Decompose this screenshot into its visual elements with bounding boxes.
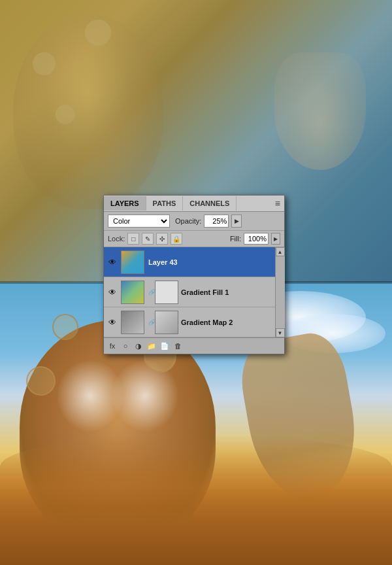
layer43-thumbnail bbox=[121, 250, 144, 274]
layer-fx-icon[interactable]: fx bbox=[106, 340, 118, 352]
new-group-icon[interactable]: 📁 bbox=[146, 340, 157, 352]
lock-all-btn[interactable]: 🔒 bbox=[171, 233, 182, 245]
lock-position-btn[interactable]: ✣ bbox=[156, 233, 168, 245]
gradient-map-mask-thumbnail bbox=[155, 311, 178, 334]
layer43-thumb-content bbox=[122, 251, 144, 273]
gradient-map-thumb-content bbox=[122, 311, 144, 334]
layers-container: 👁 Layer 43 👁 🔗 Gradient Fill 1 bbox=[104, 247, 284, 337]
opacity-label: Opacity: bbox=[175, 217, 201, 225]
scroll-track bbox=[276, 256, 285, 328]
panel-footer: fx ○ ◑ 📁 📄 🗑 bbox=[104, 337, 284, 354]
hand-top bbox=[274, 52, 366, 170]
layers-list: 👁 Layer 43 👁 🔗 Gradient Fill 1 bbox=[104, 247, 284, 337]
lock-row: Lock: □ ✎ ✣ 🔒 Fill: ▶ bbox=[104, 231, 284, 247]
new-layer-icon[interactable]: 📄 bbox=[159, 340, 171, 352]
layer-row-gradient-fill[interactable]: 👁 🔗 Gradient Fill 1 bbox=[104, 277, 284, 307]
panel-menu-icon[interactable]: ≡ bbox=[271, 196, 284, 211]
opacity-input[interactable] bbox=[204, 214, 229, 228]
gradient-map-visibility-icon[interactable]: 👁 bbox=[106, 317, 118, 328]
gradient-fill-mask-content bbox=[155, 281, 178, 303]
tab-channels[interactable]: CHANNELS bbox=[183, 196, 237, 211]
gradient-map-chain-icon: 🔗 bbox=[148, 311, 155, 334]
clock-top-2 bbox=[33, 52, 56, 75]
layers-panel: LAYERS PATHS CHANNELS ≡ Color Normal Mul… bbox=[103, 195, 285, 354]
gradient-map-mask-content bbox=[155, 311, 178, 334]
layer43-visibility-icon[interactable]: 👁 bbox=[106, 256, 118, 268]
gradient-map-name: Gradient Map 2 bbox=[181, 318, 282, 326]
layer-mask-icon[interactable]: ○ bbox=[120, 340, 131, 352]
fill-input[interactable] bbox=[244, 233, 269, 245]
gradient-map-thumbnail bbox=[121, 311, 144, 334]
clock-bottom-2 bbox=[52, 314, 78, 340]
fill-arrow-btn[interactable]: ▶ bbox=[271, 233, 280, 245]
panel-tabs: LAYERS PATHS CHANNELS ≡ bbox=[104, 196, 284, 212]
gradient-fill-visibility-icon[interactable]: 👁 bbox=[106, 286, 118, 298]
tab-layers[interactable]: LAYERS bbox=[104, 196, 146, 211]
gradient-fill-thumbnail bbox=[121, 281, 144, 304]
gradient-fill-thumb-content bbox=[122, 281, 144, 303]
delete-layer-icon[interactable]: 🗑 bbox=[172, 340, 184, 352]
scroll-up-arrow[interactable]: ▲ bbox=[276, 247, 285, 256]
gradient-fill-name: Gradient Fill 1 bbox=[181, 288, 282, 296]
lock-image-btn[interactable]: ✎ bbox=[142, 233, 154, 245]
clock-top-1 bbox=[85, 20, 111, 46]
scroll-down-arrow[interactable]: ▼ bbox=[276, 328, 285, 337]
blend-mode-select[interactable]: Color Normal Multiply Screen bbox=[108, 214, 170, 228]
tab-paths[interactable]: PATHS bbox=[146, 196, 184, 211]
face-mask-top bbox=[13, 13, 163, 209]
layer43-name: Layer 43 bbox=[148, 258, 282, 266]
layer-row-gradient-map[interactable]: 👁 🔗 Gradient Map 2 bbox=[104, 307, 284, 337]
clock-bottom-3 bbox=[26, 366, 56, 396]
panel-scrollbar[interactable]: ▲ ▼ bbox=[275, 247, 284, 337]
lock-transparent-btn[interactable]: □ bbox=[127, 233, 139, 245]
blend-mode-row: Color Normal Multiply Screen Opacity: ▶ bbox=[104, 212, 284, 231]
gradient-fill-chain-icon: 🔗 bbox=[148, 281, 155, 304]
adjustment-layer-icon[interactable]: ◑ bbox=[133, 340, 144, 352]
layer-row-layer43[interactable]: 👁 Layer 43 bbox=[104, 247, 284, 277]
fill-label: Fill: bbox=[230, 235, 241, 243]
opacity-arrow-btn[interactable]: ▶ bbox=[231, 214, 242, 228]
clock-top-3 bbox=[56, 105, 75, 124]
gradient-fill-mask-thumbnail bbox=[155, 281, 178, 304]
lock-label: Lock: bbox=[108, 235, 125, 243]
